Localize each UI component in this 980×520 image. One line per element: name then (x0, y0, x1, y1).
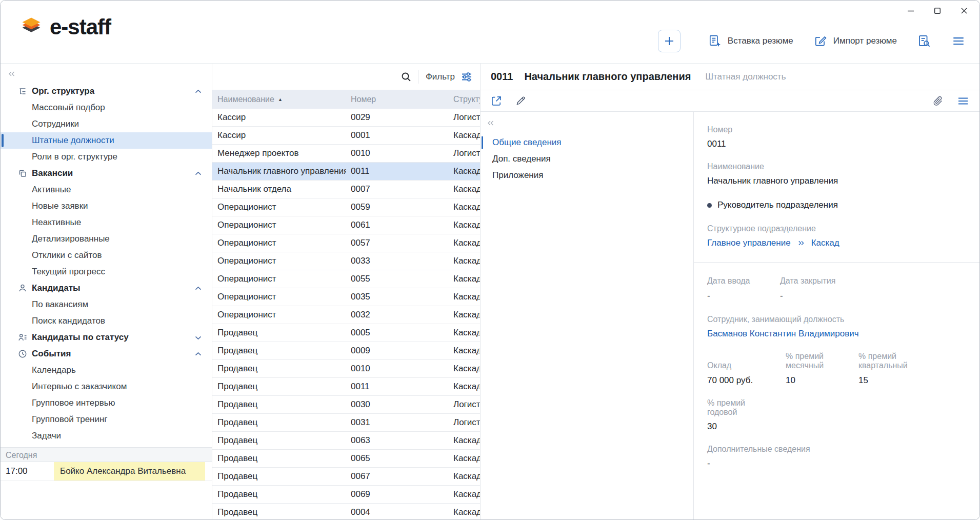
today-event-row[interactable]: 17:00 Бойко Александра Витальевна (1, 462, 212, 481)
search-icon[interactable] (401, 71, 412, 83)
table-row[interactable]: Операционист0055Каскад (212, 270, 480, 288)
sidebar-item[interactable]: Календарь (1, 362, 212, 378)
sidebar-item[interactable]: Интервью с заказчиком (1, 378, 212, 395)
cell-number: 0055 (346, 274, 448, 284)
table-row[interactable]: Операционист0061Каскад (212, 216, 480, 234)
table-row[interactable]: Операционист0033Каскад (212, 252, 480, 270)
cell-name: Менеджер проектов (212, 148, 346, 158)
cell-number: 0067 (346, 471, 448, 482)
sidebar-item[interactable]: Текущий прогресс (1, 264, 212, 280)
sidebar-item[interactable]: Штатные должности (1, 132, 212, 149)
table-row[interactable]: Продавец0004Каскад (212, 504, 480, 519)
detail-tab[interactable]: Общие сведения (481, 134, 693, 151)
import-resume-button[interactable]: Импорт резюме (814, 34, 897, 48)
table-row[interactable]: Кассир0001Каскад (212, 127, 480, 145)
bonus-quarter-label: % премий квартальный (858, 352, 916, 370)
table-row[interactable]: Операционист0057Каскад (212, 234, 480, 252)
detail-tab[interactable]: Доп. сведения (481, 151, 693, 167)
detail-menu-button[interactable] (957, 95, 969, 107)
search-input[interactable] (218, 64, 398, 90)
field-number-value: 0011 (707, 139, 964, 149)
sidebar-item[interactable]: Групповое интервью (1, 395, 212, 411)
table-row[interactable]: Продавец0030Логисти (212, 396, 480, 414)
menu-button[interactable] (952, 34, 965, 48)
hamburger-icon (952, 34, 965, 48)
table-row[interactable]: Кассир0029Логисти (212, 109, 480, 127)
sidebar-section-3[interactable]: Кандидаты по статусу (1, 329, 212, 346)
table-row[interactable]: Начальник главного управления0011Каскад (212, 163, 480, 181)
table-row[interactable]: Продавец0067Каскад (212, 468, 480, 486)
paste-resume-button[interactable]: Вставка резюме (708, 34, 793, 48)
chevron-up-icon[interactable] (195, 171, 202, 176)
sidebar-section-2[interactable]: Кандидаты (1, 280, 212, 296)
table-row[interactable]: Продавец0010Каскад (212, 360, 480, 378)
maximize-button[interactable] (932, 6, 943, 16)
close-button[interactable] (959, 6, 969, 16)
table-row[interactable]: Продавец0069Каскад (212, 486, 480, 504)
table-row[interactable]: Продавец0005Каскад (212, 324, 480, 342)
field-name: Наименование Начальник главного управлен… (707, 162, 964, 186)
cell-org: Каскад (448, 471, 480, 482)
column-header[interactable]: Наименование▲ (212, 95, 346, 104)
table-row[interactable]: Продавец0031Логисти (212, 414, 480, 432)
add-button[interactable] (658, 30, 681, 52)
open-in-new-button[interactable] (491, 95, 502, 107)
edit-button[interactable] (515, 95, 526, 106)
cell-name: Кассир (212, 112, 346, 123)
chevron-down-icon[interactable] (195, 335, 202, 340)
table-row[interactable]: Продавец0063Каскад (212, 432, 480, 450)
sidebar-item[interactable]: Задачи (1, 428, 212, 444)
table-row[interactable]: Операционист0059Каскад (212, 198, 480, 216)
employee-label: Сотрудник, занимающий должность (707, 315, 964, 324)
cell-name: Операционист (212, 220, 346, 230)
table-row[interactable]: Менеджер проектов0010Логисти (212, 145, 480, 163)
list-search-row: Фильтр (212, 64, 480, 90)
sidebar-item[interactable]: Новые заявки (1, 198, 212, 214)
detail-tab[interactable]: Приложения (481, 167, 693, 184)
attachments-button[interactable] (932, 95, 944, 107)
sidebar-item[interactable]: Сотрудники (1, 116, 212, 132)
table-row[interactable]: Продавец0009Каскад (212, 342, 480, 360)
chevron-up-icon[interactable] (195, 89, 202, 94)
table-row[interactable]: Начальник отдела0007Каскад (212, 181, 480, 198)
sidebar-item[interactable]: Активные (1, 182, 212, 198)
preview-resume-button[interactable] (917, 34, 931, 48)
table-row[interactable]: Продавец0011Каскад (212, 378, 480, 396)
sidebar-item[interactable]: Детализированные (1, 231, 212, 247)
sidebar-section-1[interactable]: Вакансии (1, 165, 212, 182)
sidebar-collapse-icon[interactable] (1, 64, 212, 79)
column-header[interactable]: Номер (346, 95, 448, 104)
column-header[interactable]: Структу (448, 95, 480, 104)
sidebar-section-4[interactable]: События (1, 346, 212, 362)
cell-org: Каскад (448, 292, 480, 302)
minimize-button[interactable] (906, 6, 916, 16)
sidebar-item[interactable]: Роли в орг. структуре (1, 149, 212, 165)
cell-org: Каскад (448, 453, 480, 464)
sidebar-item[interactable]: Неактивные (1, 214, 212, 231)
sidebar-section-0[interactable]: Орг. структура (1, 83, 212, 99)
chevron-up-icon[interactable] (195, 286, 202, 291)
field-extra: Дополнительные сведения - (707, 445, 964, 469)
cell-number: 0031 (346, 417, 448, 428)
chevron-up-icon[interactable] (195, 352, 202, 356)
filter-button[interactable]: Фильтр (426, 71, 473, 83)
department-org-link[interactable]: Каскад (811, 238, 839, 248)
sidebar-item[interactable]: По вакансиям (1, 296, 212, 313)
window-controls (906, 6, 969, 16)
sidebar-item[interactable]: Массовый подбор (1, 99, 212, 116)
sidebar-item[interactable]: Поиск кандидатов (1, 313, 212, 329)
detail-nav-collapse-icon[interactable] (481, 117, 693, 134)
cell-org: Каскад (448, 489, 480, 499)
cell-name: Продавец (212, 364, 346, 374)
table-row[interactable]: Операционист0035Каскад (212, 288, 480, 306)
employee-link[interactable]: Басманов Константин Владимирович (707, 329, 859, 338)
table-row[interactable]: Операционист0032Каскад (212, 306, 480, 324)
table-row[interactable]: Продавец0065Каскад (212, 450, 480, 468)
sidebar-item[interactable]: Отклики с сайтов (1, 247, 212, 264)
date-start-value: - (707, 291, 780, 301)
date-start-label: Дата ввода (707, 276, 780, 286)
events-icon (18, 349, 27, 358)
sidebar-section-label: Кандидаты (32, 283, 195, 293)
department-link[interactable]: Главное управление (707, 238, 791, 248)
sidebar-item[interactable]: Групповой тренинг (1, 411, 212, 428)
